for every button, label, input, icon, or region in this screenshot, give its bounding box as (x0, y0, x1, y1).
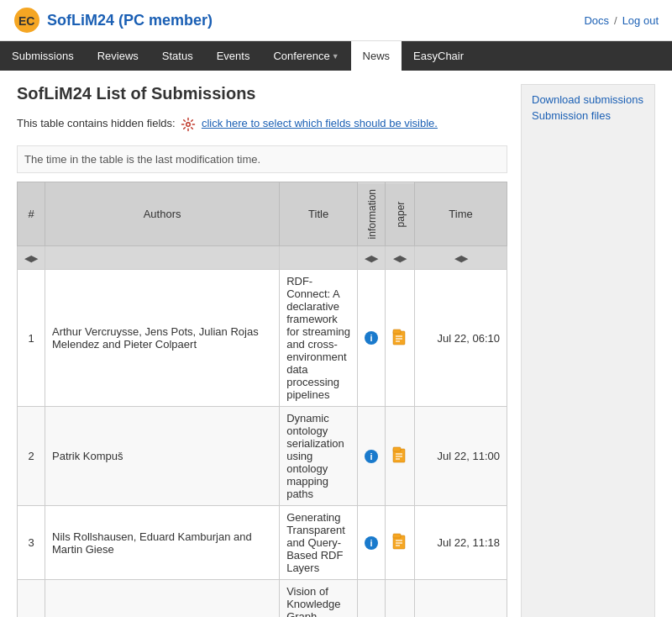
cell-paper[interactable] (386, 506, 415, 580)
info-icon[interactable]: i (365, 450, 378, 463)
paper-icon[interactable] (392, 329, 407, 345)
table-row: 3Nils Rollshausen, Eduard Kamburjan and … (18, 506, 507, 580)
app-title: SofLiM24 (PC member) (47, 12, 213, 29)
cell-time: Jul 22, 11:18 (415, 506, 507, 580)
nav-item-submissions[interactable]: Submissions (0, 41, 86, 71)
logout-link[interactable]: Log out (622, 14, 659, 27)
cell-paper[interactable] (386, 580, 415, 617)
cell-authors: Arthur Vercruysse, Jens Pots, Julian Roj… (45, 270, 280, 407)
hidden-fields-prefix: This table contains hidden fields: (17, 117, 176, 129)
page-title: SofLiM24 List of Submissions (17, 84, 507, 103)
sort-num[interactable]: ◀▶ (18, 246, 45, 270)
sort-time[interactable]: ◀▶ (415, 246, 507, 270)
sort-arrows-paper[interactable]: ◀▶ (393, 253, 407, 264)
cell-authors: Nils Rollshausen, Eduard Kamburjan and M… (45, 506, 280, 580)
sort-arrows-num[interactable]: ◀▶ (24, 253, 38, 264)
select-fields-link[interactable]: click here to select which fields should… (202, 117, 438, 129)
info-icon[interactable]: i (365, 536, 378, 550)
cell-num: 1 (18, 270, 45, 407)
nav-item-reviews[interactable]: Reviews (86, 41, 150, 71)
cell-authors: Romana Pernisch, Hennie Huijgens, Stefan… (45, 580, 280, 617)
svg-rect-14 (393, 534, 401, 538)
easychair-logo: EC (13, 7, 40, 34)
nav-item-news[interactable]: News (351, 41, 402, 71)
svg-text:EC: EC (18, 14, 34, 28)
sort-arrows-info[interactable]: ◀▶ (365, 253, 378, 264)
right-panel: Download submissionsSubmission files (521, 84, 655, 617)
cell-num: 3 (18, 506, 45, 580)
cell-paper[interactable] (386, 407, 415, 506)
mod-time-note: The time in the table is the last modifi… (17, 145, 507, 173)
nav-item-easychair[interactable]: EasyChair (402, 41, 475, 71)
cell-info[interactable]: i (358, 407, 386, 506)
col-header-information: information (358, 182, 386, 246)
table-body: 1Arthur Vercruysse, Jens Pots, Julian Ro… (18, 270, 507, 617)
right-panel-link[interactable]: Submission files (532, 109, 644, 122)
paper-icon[interactable] (392, 533, 407, 550)
header-separator: / (614, 14, 617, 27)
cell-num: 4 (18, 580, 45, 617)
svg-point-2 (186, 123, 191, 127)
cell-paper[interactable] (386, 270, 415, 407)
col-header-paper: paper (386, 182, 415, 246)
col-header-time: Time (415, 182, 507, 246)
right-panel-link[interactable]: Download submissions (532, 93, 644, 106)
main-nav: SubmissionsReviewsStatusEventsConference… (0, 41, 672, 71)
sort-arrows-time[interactable]: ◀▶ (454, 253, 468, 264)
table-row: 2Patrik KompušDynamic ontology serializa… (18, 407, 507, 506)
cell-title: Dynamic ontology serialization using ont… (280, 407, 358, 506)
hidden-fields-notice: This table contains hidden fields: click… (17, 117, 507, 132)
col-header-title: Title (280, 182, 358, 246)
col-header-num: # (18, 182, 45, 246)
table-row: 4Romana Pernisch, Hennie Huijgens, Stefa… (18, 580, 507, 617)
nav-item-events[interactable]: Events (205, 41, 262, 71)
gear-icon (181, 117, 196, 132)
col-header-authors: Authors (45, 182, 280, 246)
table-row: 1Arthur Vercruysse, Jens Pots, Julian Ro… (18, 270, 507, 407)
sort-info[interactable]: ◀▶ (358, 246, 386, 270)
submissions-table: # Authors Title information paper Time ◀… (17, 182, 507, 617)
cell-info[interactable]: i (358, 580, 386, 617)
paper-icon[interactable] (392, 446, 407, 463)
cell-num: 2 (18, 407, 45, 506)
nav-item-status[interactable]: Status (150, 41, 205, 71)
sort-row: ◀▶ ◀▶ ◀▶ ◀▶ (18, 246, 507, 270)
cell-authors: Patrik Kompuš (45, 407, 280, 506)
cell-info[interactable]: i (358, 270, 386, 407)
dropdown-arrow: ▼ (332, 52, 339, 61)
cell-time: Jul 22, 06:10 (415, 270, 507, 407)
cell-time: Jul 22, 11:00 (415, 407, 507, 506)
cell-title: RDF-Connect: A declarative framework for… (280, 270, 358, 407)
svg-rect-4 (393, 330, 401, 334)
cell-title: Generating Transparent and Query-Based R… (280, 506, 358, 580)
cell-title: Vision of Knowledge Graph Lifecycle Mana… (280, 580, 358, 617)
docs-link[interactable]: Docs (584, 14, 609, 27)
nav-item-conference[interactable]: Conference ▼ (261, 41, 350, 71)
sort-paper[interactable]: ◀▶ (386, 246, 415, 270)
cell-time: Aug 08, 13:12 (415, 580, 507, 617)
cell-info[interactable]: i (358, 506, 386, 580)
info-icon[interactable]: i (365, 331, 378, 345)
svg-rect-9 (393, 447, 401, 451)
